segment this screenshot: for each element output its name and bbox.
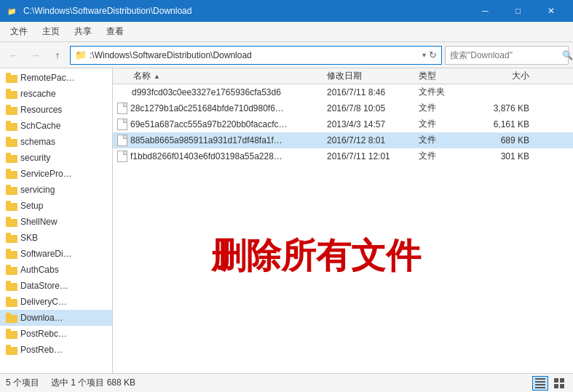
address-refresh-icon[interactable]: ↻ — [429, 49, 437, 60]
sidebar-item-label: ShellNew — [20, 217, 58, 227]
file-name: 28c1279b1a0c251684bfde710d980f6… — [130, 103, 284, 113]
cell-type: 文件 — [419, 150, 477, 162]
sidebar-item[interactable]: DataStore… — [0, 278, 112, 294]
search-input[interactable] — [450, 50, 559, 60]
folder-icon — [6, 89, 17, 99]
sidebar-item-label: Setup — [20, 201, 43, 211]
menu-share[interactable]: 共享 — [67, 23, 99, 41]
sidebar-item[interactable]: SchCache — [0, 118, 112, 134]
search-icon[interactable]: 🔍 — [562, 50, 573, 60]
folder-icon — [117, 87, 129, 97]
sidebar-item[interactable]: RemotePac… — [0, 70, 112, 86]
folder-icon — [6, 345, 17, 355]
table-row[interactable]: 69e51a687acc555a97b220bb0facacfc… 2013/4… — [113, 116, 573, 132]
selected-info: 选中 1 个项目 688 KB — [51, 377, 135, 389]
sidebar-item-label: Resources — [20, 105, 62, 115]
menu-file[interactable]: 文件 — [3, 23, 35, 41]
sidebar-item-label: RemotePac… — [20, 73, 75, 83]
folder-icon — [6, 297, 17, 307]
cell-size: 301 KB — [477, 151, 535, 161]
column-header: 名称 ▲ 修改日期 类型 大小 — [113, 68, 573, 84]
folder-icon — [6, 265, 17, 275]
col-size-header[interactable]: 大小 — [477, 70, 535, 82]
svg-rect-7 — [560, 384, 564, 388]
title-bar-icons: 📁 — [6, 5, 17, 17]
folder-icon — [6, 73, 17, 83]
sidebar-item-label: SchCache — [20, 121, 60, 131]
cell-size: 6,161 KB — [477, 119, 535, 129]
col-name-header[interactable]: 名称 ▲ — [113, 70, 324, 82]
sidebar-item[interactable]: rescache — [0, 86, 112, 102]
sidebar-item[interactable]: SKB — [0, 230, 112, 246]
forward-button[interactable]: → — [26, 46, 45, 65]
cell-date: 2013/4/3 14:57 — [324, 119, 419, 129]
table-row[interactable]: f1bbd8266f01403e6fd03198a55a228… 2016/7/… — [113, 148, 573, 164]
sidebar-item-label: SoftwareDi… — [20, 249, 72, 259]
folder-icon — [6, 313, 17, 323]
sidebar-item[interactable]: schemas — [0, 134, 112, 150]
sidebar-item[interactable]: ShellNew — [0, 214, 112, 230]
sidebar-item-label: DataStore… — [20, 281, 68, 291]
sort-icon: ▲ — [154, 73, 160, 80]
menu-view[interactable]: 查看 — [99, 23, 131, 41]
folder-icon — [6, 185, 17, 195]
sidebar-item-label: SKB — [20, 233, 38, 243]
sidebar-item[interactable]: SoftwareDi… — [0, 246, 112, 262]
address-dropdown-icon[interactable]: ▾ — [422, 51, 426, 59]
sidebar-item-label: PostReb… — [20, 345, 63, 355]
folder-icon — [6, 169, 17, 179]
details-view-button[interactable] — [532, 376, 548, 391]
sidebar-item[interactable]: Resources — [0, 102, 112, 118]
sidebar-item-label: PostRebc… — [20, 329, 67, 339]
cell-name: 885ab8665a985911a931d17df48fa1f… — [113, 135, 324, 146]
table-row[interactable]: d993fcd03c0ee3327e1765936cfa53d6 2016/7/… — [113, 84, 573, 100]
sidebar-item-label: rescache — [20, 89, 56, 99]
table-row[interactable]: 885ab8665a985911a931d17df48fa1f… 2016/7/… — [113, 132, 573, 148]
window-controls: ─ □ ✕ — [469, 0, 567, 22]
svg-rect-3 — [535, 387, 545, 388]
sidebar-item[interactable]: servicing — [0, 182, 112, 198]
folder-icon — [6, 233, 17, 243]
menu-home[interactable]: 主页 — [35, 23, 67, 41]
col-type-header[interactable]: 类型 — [419, 70, 477, 82]
file-name: d993fcd03c0ee3327e1765936cfa53d6 — [132, 87, 281, 97]
search-bar[interactable]: 🔍 — [445, 46, 569, 65]
sidebar-item[interactable]: DeliveryC… — [0, 294, 112, 310]
table-row[interactable]: 28c1279b1a0c251684bfde710d980f6… 2016/7/… — [113, 100, 573, 116]
sidebar-item-label: schemas — [20, 137, 55, 147]
status-bar: 5 个项目 选中 1 个项目 688 KB — [0, 373, 573, 392]
minimize-button[interactable]: ─ — [469, 0, 502, 22]
cell-type: 文件 — [419, 118, 477, 130]
cell-date: 2016/7/11 8:46 — [324, 87, 419, 97]
sidebar-item[interactable]: PostRebc… — [0, 326, 112, 342]
file-name: 885ab8665a985911a931d17df48fa1f… — [130, 135, 282, 145]
large-icons-view-button[interactable] — [551, 376, 567, 391]
file-icon — [117, 119, 127, 130]
sidebar-item[interactable]: AuthCabs — [0, 262, 112, 278]
cell-date: 2016/7/12 8:01 — [324, 135, 419, 145]
folder-icon — [6, 105, 17, 115]
sidebar-item[interactable]: PostReb… — [0, 342, 112, 358]
folder-icon — [6, 329, 17, 339]
up-button[interactable]: ↑ — [48, 46, 67, 65]
address-bar[interactable]: 📁 :\Windows\SoftwareDistribution\Downloa… — [70, 46, 442, 65]
sidebar-item[interactable]: Downloa… — [0, 310, 112, 326]
close-button[interactable]: ✕ — [534, 0, 567, 22]
cell-type: 文件夹 — [419, 86, 477, 98]
sidebar-item[interactable]: ServicePro… — [0, 166, 112, 182]
address-text: :\Windows\SoftwareDistribution\Download — [90, 50, 419, 60]
sidebar-item-label: security — [20, 153, 50, 163]
status-right — [532, 376, 567, 391]
sidebar-item-label: Downloa… — [20, 313, 63, 323]
cell-type: 文件 — [419, 134, 477, 146]
back-button[interactable]: ← — [4, 46, 23, 65]
sidebar-item[interactable]: security — [0, 150, 112, 166]
title-text: C:\Windows\SoftwareDistribution\Download — [23, 6, 469, 16]
file-icon — [117, 135, 127, 146]
col-date-header[interactable]: 修改日期 — [324, 70, 419, 82]
folder-icon — [6, 201, 17, 211]
maximize-button[interactable]: □ — [502, 0, 534, 22]
window-icon: 📁 — [6, 5, 17, 17]
file-name: 69e51a687acc555a97b220bb0facacfc… — [130, 119, 288, 129]
sidebar-item[interactable]: Setup — [0, 198, 112, 214]
